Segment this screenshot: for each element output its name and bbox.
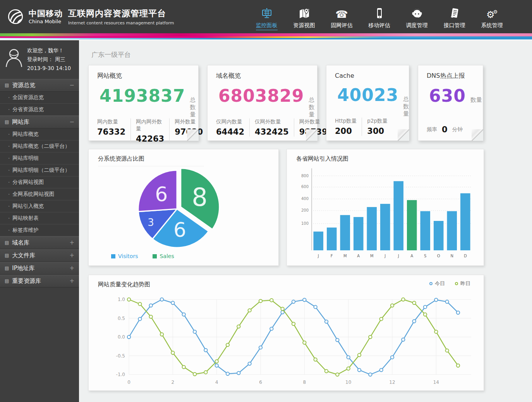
bar[interactable] bbox=[407, 200, 417, 250]
data-point[interactable] bbox=[204, 349, 207, 352]
data-point[interactable] bbox=[325, 369, 328, 373]
data-point[interactable] bbox=[138, 317, 141, 320]
line-legend-item[interactable]: 今日 bbox=[429, 280, 445, 287]
sidebar-item[interactable]: ·网站库概览 bbox=[0, 128, 79, 140]
sidebar-item[interactable]: ·分省资源总览 bbox=[0, 104, 79, 116]
sidebar-item[interactable]: ·网站库明细 bbox=[0, 152, 79, 164]
data-point[interactable] bbox=[379, 317, 383, 320]
data-point[interactable] bbox=[369, 373, 372, 376]
data-point[interactable] bbox=[336, 373, 339, 376]
bar[interactable] bbox=[340, 215, 350, 250]
data-point[interactable] bbox=[303, 341, 306, 344]
data-point[interactable] bbox=[215, 360, 218, 363]
nav-item-map[interactable]: 资源视图 bbox=[285, 3, 323, 30]
data-point[interactable] bbox=[259, 346, 262, 349]
data-point[interactable] bbox=[336, 339, 339, 342]
data-point[interactable] bbox=[248, 362, 251, 365]
data-point[interactable] bbox=[347, 367, 350, 370]
data-point[interactable] bbox=[281, 307, 284, 310]
data-point[interactable] bbox=[259, 299, 262, 303]
sidebar-item[interactable]: ·标签库维护 bbox=[0, 224, 79, 236]
nav-item-gears[interactable]: ⚙⚙系统管理 bbox=[473, 3, 511, 30]
data-point[interactable] bbox=[127, 335, 130, 339]
bar[interactable] bbox=[460, 193, 470, 250]
data-point[interactable] bbox=[160, 333, 163, 336]
sidebar-item[interactable]: ·全网系统网站视图 bbox=[0, 188, 79, 200]
data-point[interactable] bbox=[204, 371, 207, 374]
data-point[interactable] bbox=[149, 315, 152, 318]
bar[interactable] bbox=[447, 211, 457, 250]
data-point[interactable] bbox=[270, 299, 273, 302]
sidebar-item[interactable]: ·网站映射表 bbox=[0, 212, 79, 224]
collapse-icon[interactable]: − bbox=[69, 118, 74, 125]
data-point[interactable] bbox=[215, 364, 218, 367]
sidebar-item[interactable]: ·网站引入概览 bbox=[0, 200, 79, 212]
data-point[interactable] bbox=[358, 353, 361, 356]
data-point[interactable] bbox=[270, 327, 273, 330]
sidebar-item[interactable]: ·网站库明细（二级平台） bbox=[0, 164, 79, 176]
data-point[interactable] bbox=[248, 309, 251, 312]
nav-item-headset[interactable]: 调度管理 bbox=[398, 3, 436, 30]
data-point[interactable] bbox=[292, 322, 295, 325]
data-point[interactable] bbox=[456, 364, 460, 367]
bar[interactable] bbox=[420, 211, 430, 250]
data-point[interactable] bbox=[171, 351, 174, 354]
bar[interactable] bbox=[354, 217, 364, 250]
data-point[interactable] bbox=[237, 371, 240, 375]
sidebar-section[interactable]: ▤重要资源库+ bbox=[0, 275, 79, 287]
data-point[interactable] bbox=[292, 300, 295, 303]
sidebar-section[interactable]: ▤网站库− bbox=[0, 116, 79, 128]
data-point[interactable] bbox=[402, 338, 405, 341]
bar[interactable] bbox=[380, 204, 390, 250]
data-point[interactable] bbox=[434, 298, 438, 301]
data-point[interactable] bbox=[379, 368, 383, 371]
bar[interactable] bbox=[327, 228, 337, 250]
data-point[interactable] bbox=[412, 301, 415, 304]
data-point[interactable] bbox=[445, 349, 448, 352]
sidebar-item[interactable]: ·分省网站视图 bbox=[0, 176, 79, 188]
data-point[interactable] bbox=[445, 300, 448, 303]
bar[interactable] bbox=[367, 207, 377, 250]
data-point[interactable] bbox=[160, 298, 163, 301]
expand-icon[interactable]: + bbox=[69, 265, 74, 272]
data-point[interactable] bbox=[347, 356, 350, 359]
sidebar-section[interactable]: ▤域名库+ bbox=[0, 236, 79, 249]
expand-icon[interactable]: + bbox=[69, 239, 74, 246]
nav-item-phone[interactable]: ☎固网评估 bbox=[323, 3, 360, 30]
data-point[interactable] bbox=[193, 330, 196, 333]
sidebar-item[interactable]: ·全国资源总览 bbox=[0, 92, 79, 104]
data-point[interactable] bbox=[127, 298, 130, 301]
data-point[interactable] bbox=[226, 372, 229, 375]
data-point[interactable] bbox=[424, 305, 427, 308]
sidebar-section[interactable]: ▤资源总览− bbox=[0, 79, 79, 92]
nav-item-mobile[interactable]: 移动评估 bbox=[360, 3, 398, 30]
data-point[interactable] bbox=[182, 313, 185, 316]
data-point[interactable] bbox=[391, 356, 394, 359]
data-point[interactable] bbox=[303, 298, 306, 301]
data-point[interactable] bbox=[138, 302, 141, 305]
nav-item-monitor[interactable]: 监控面板 bbox=[248, 3, 285, 30]
bar[interactable] bbox=[393, 181, 403, 250]
data-point[interactable] bbox=[369, 335, 372, 339]
data-point[interactable] bbox=[412, 320, 415, 323]
data-point[interactable] bbox=[325, 320, 328, 323]
data-point[interactable] bbox=[314, 358, 317, 361]
line-legend-item[interactable]: 昨日 bbox=[455, 280, 470, 287]
data-point[interactable] bbox=[193, 373, 196, 376]
pie-legend-item[interactable]: Visitors bbox=[111, 253, 138, 259]
data-point[interactable] bbox=[456, 311, 460, 314]
data-point[interactable] bbox=[149, 304, 152, 307]
bar[interactable] bbox=[313, 231, 323, 250]
data-point[interactable] bbox=[434, 330, 438, 333]
data-point[interactable] bbox=[391, 304, 394, 307]
nav-item-document[interactable]: 接口管理 bbox=[436, 3, 473, 30]
expand-icon[interactable]: + bbox=[69, 277, 74, 284]
sidebar-section[interactable]: ▤大文件库+ bbox=[0, 249, 79, 262]
data-point[interactable] bbox=[424, 313, 427, 316]
sidebar-item[interactable]: ·网站库概览（二级平台） bbox=[0, 140, 79, 152]
data-point[interactable] bbox=[182, 365, 185, 368]
data-point[interactable] bbox=[358, 368, 361, 371]
bar[interactable] bbox=[434, 221, 444, 250]
collapse-icon[interactable]: − bbox=[69, 82, 74, 89]
data-point[interactable] bbox=[171, 301, 174, 304]
